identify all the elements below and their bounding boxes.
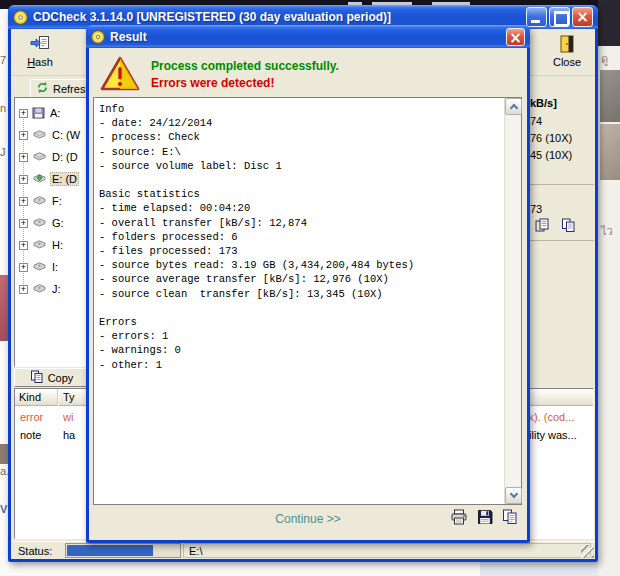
issue-row-type[interactable]: wi — [63, 411, 73, 423]
warning-icon — [99, 55, 141, 97]
cd-drive-icon — [32, 284, 47, 294]
background-photo-thumbnail — [600, 70, 620, 122]
copy-icon — [30, 370, 44, 386]
background-text-fragment: V — [0, 503, 7, 515]
cd-drive-with-disc-icon — [32, 174, 47, 184]
drive-tree-panel[interactable]: A: C: (W D: (D E: (D F: — [14, 97, 88, 367]
drive-tree-item-e-selected[interactable]: E: (D — [15, 168, 87, 190]
save-icon[interactable] — [477, 509, 493, 529]
expand-plus-icon[interactable] — [19, 131, 28, 140]
background-text-fragment: ไว — [601, 222, 613, 240]
close-dialog-button[interactable] — [506, 28, 525, 46]
scroll-down-button[interactable] — [505, 487, 522, 504]
issue-row-kind[interactable]: error — [20, 411, 43, 423]
result-dialog: Result Process completed successfully. E… — [86, 25, 530, 543]
drive-label: G: — [50, 217, 66, 229]
drive-tree-item-c[interactable]: C: (W — [15, 124, 87, 146]
maximize-button[interactable] — [549, 7, 570, 27]
issue-row-kind[interactable]: note — [20, 429, 41, 441]
report-text-area[interactable]: Info - date: 24/12/2014 - process: Check… — [93, 97, 522, 505]
result-dialog-titlebar[interactable]: Result — [86, 25, 530, 48]
panel-divider — [528, 184, 594, 185]
drive-tree-item-a[interactable]: A: — [15, 102, 87, 124]
cdcheck-app-icon — [91, 30, 105, 44]
report-icon[interactable] — [534, 218, 550, 235]
column-header-kind[interactable]: Kind — [15, 389, 58, 406]
hard-drive-icon — [32, 130, 47, 140]
drive-label: J: — [50, 283, 63, 295]
issue-row-text-fragment[interactable]: ck). (cod... — [523, 411, 574, 423]
background-left-strip: 7 n J a. V — [0, 0, 8, 576]
drive-tree-item-d[interactable]: D: (D — [15, 146, 87, 168]
drive-tree-item-g[interactable]: G: — [15, 212, 87, 234]
expand-plus-icon[interactable] — [19, 109, 28, 118]
result-dialog-title: Result — [110, 30, 147, 44]
error-message: Errors were detected! — [151, 76, 274, 90]
drive-tree-item-j[interactable]: J: — [15, 278, 87, 300]
expand-plus-icon[interactable] — [19, 263, 28, 272]
drive-label: H: — [50, 239, 65, 251]
expand-plus-icon[interactable] — [19, 175, 28, 184]
scroll-up-button[interactable] — [505, 98, 522, 115]
expand-plus-icon[interactable] — [19, 197, 28, 206]
expand-plus-icon[interactable] — [19, 153, 28, 162]
background-text-fragment: 7 — [0, 54, 6, 66]
results-value-fragment: 45 (10X) — [530, 149, 572, 161]
drive-tree-item-h[interactable]: H: — [15, 234, 87, 256]
background-image-fragment — [0, 444, 8, 464]
drive-label: F: — [50, 195, 64, 207]
status-path-field: E:\ — [183, 543, 591, 558]
results-header-fragment: kB/s] — [530, 97, 557, 109]
copy-icon[interactable] — [502, 509, 518, 529]
drive-label: D: (D — [50, 151, 80, 163]
cd-drive-icon — [32, 196, 47, 206]
expand-plus-icon[interactable] — [19, 219, 28, 228]
copy-button-label: Copy — [48, 372, 74, 384]
copy-icon[interactable] — [561, 218, 576, 235]
background-webpage-strip: ดู ไว — [598, 0, 620, 576]
drive-tree-item-f[interactable]: F: — [15, 190, 87, 212]
resize-grip[interactable] — [581, 545, 594, 558]
status-label: Status: — [18, 545, 52, 557]
result-dialog-body: Process completed successfully. Errors w… — [89, 48, 527, 540]
minimize-button[interactable] — [526, 7, 547, 27]
drive-tree-item-i[interactable]: I: — [15, 256, 87, 278]
results-value-fragment: 73 — [530, 203, 542, 215]
hash-icon — [29, 33, 51, 55]
hard-drive-icon — [32, 152, 47, 162]
background-text-fragment: ดู — [601, 50, 608, 68]
cd-drive-icon — [32, 240, 47, 250]
close-window-button[interactable] — [572, 7, 593, 27]
status-bar: Status: E:\ — [11, 541, 595, 559]
drive-label: E: (D — [50, 172, 79, 186]
progress-bar — [67, 545, 153, 556]
floppy-drive-icon — [32, 107, 45, 119]
cdcheck-app-icon — [13, 10, 28, 25]
hash-button-label: Hash — [27, 56, 53, 68]
main-window-title: CDCheck 3.1.14.0 [UNREGISTERED (30 day e… — [33, 10, 391, 24]
expand-plus-icon[interactable] — [19, 241, 28, 250]
hash-toolbar-button[interactable]: Hash — [17, 31, 63, 70]
copy-issues-button[interactable]: Copy — [14, 368, 89, 387]
progress-field — [65, 543, 181, 558]
cd-drive-icon — [32, 262, 47, 272]
expand-plus-icon[interactable] — [19, 285, 28, 294]
background-dark-block — [598, 0, 620, 46]
panel-divider — [528, 240, 594, 241]
background-photo-thumbnail — [600, 124, 620, 180]
exit-door-icon — [560, 33, 574, 55]
print-icon[interactable] — [450, 509, 468, 529]
drive-label: I: — [50, 261, 60, 273]
vertical-scrollbar[interactable] — [504, 98, 521, 504]
results-panel-fragment: kB/s] 74 76 (10X) 45 (10X) 73 — [528, 90, 594, 388]
drive-label: A: — [48, 107, 62, 119]
results-value-fragment: 76 (10X) — [530, 132, 572, 144]
background-text-fragment: n — [0, 102, 6, 114]
drive-label: C: (W — [50, 129, 82, 141]
background-block — [480, 562, 598, 576]
issue-row-text-fragment[interactable]: bility was... — [523, 429, 577, 441]
issue-row-type[interactable]: ha — [63, 429, 75, 441]
background-text-fragment: J — [0, 146, 6, 158]
refresh-icon — [36, 81, 49, 96]
close-toolbar-button[interactable]: Close — [543, 31, 591, 70]
